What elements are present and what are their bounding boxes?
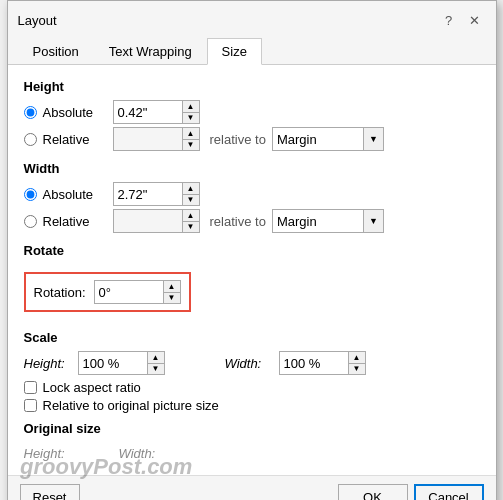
- width-absolute-up[interactable]: ▲: [183, 183, 199, 194]
- rotate-section-label: Rotate: [24, 243, 480, 258]
- height-absolute-up[interactable]: ▲: [183, 101, 199, 112]
- scale-height-label: Height:: [24, 356, 72, 371]
- scale-height-up[interactable]: ▲: [148, 352, 164, 363]
- rotate-section-box: Rotation: ▲ ▼: [24, 272, 191, 312]
- scale-height-input[interactable]: [79, 352, 147, 374]
- watermark: groovyPost.com: [20, 454, 192, 480]
- lock-aspect-label: Lock aspect ratio: [43, 380, 141, 395]
- height-relative-input[interactable]: [114, 128, 182, 150]
- width-absolute-input[interactable]: [114, 183, 182, 205]
- relative-original-row: Relative to original picture size: [24, 398, 480, 413]
- height-absolute-spin: ▲ ▼: [182, 101, 199, 123]
- dialog-body: Height Absolute ▲ ▼ Relative ▲ ▼: [8, 65, 496, 475]
- scale-section-label: Scale: [24, 330, 480, 345]
- width-relative-input-wrapper: ▲ ▼: [113, 209, 200, 233]
- scale-width-group: Width: ▲ ▼: [225, 351, 366, 375]
- height-absolute-input[interactable]: [114, 101, 182, 123]
- height-relative-label: Relative: [43, 132, 113, 147]
- dialog-title: Layout: [18, 13, 57, 28]
- scale-height-input-wrapper: ▲ ▼: [78, 351, 165, 375]
- scale-width-input[interactable]: [280, 352, 348, 374]
- rotation-down[interactable]: ▼: [164, 292, 180, 303]
- layout-dialog: Layout ? ✕ Position Text Wrapping Size H…: [7, 0, 497, 500]
- reset-button[interactable]: Reset: [20, 484, 80, 500]
- width-margin-select-wrapper: Margin Page ▼: [272, 209, 384, 233]
- title-bar: Layout ? ✕: [8, 1, 496, 31]
- relative-original-label: Relative to original picture size: [43, 398, 219, 413]
- width-relative-input[interactable]: [114, 210, 182, 232]
- width-relative-up[interactable]: ▲: [183, 210, 199, 221]
- height-section-label: Height: [24, 79, 480, 94]
- width-relative-row: Relative ▲ ▼ relative to Margin Page ▼: [24, 209, 480, 233]
- width-relative-radio[interactable]: [24, 215, 37, 228]
- height-margin-select-wrapper: Margin Page ▼: [272, 127, 384, 151]
- height-margin-select[interactable]: Margin Page: [273, 128, 363, 150]
- tab-size[interactable]: Size: [207, 38, 262, 65]
- height-absolute-label: Absolute: [43, 105, 113, 120]
- width-margin-select[interactable]: Margin Page: [273, 210, 363, 232]
- height-absolute-radio[interactable]: [24, 106, 37, 119]
- rotation-input-wrapper: ▲ ▼: [94, 280, 181, 304]
- height-relative-to-label: relative to: [210, 132, 266, 147]
- height-margin-select-arrow: ▼: [363, 128, 383, 150]
- tab-text-wrapping[interactable]: Text Wrapping: [94, 38, 207, 65]
- width-relative-label: Relative: [43, 214, 113, 229]
- width-section-label: Width: [24, 161, 480, 176]
- height-relative-radio[interactable]: [24, 133, 37, 146]
- height-relative-row: Relative ▲ ▼ relative to Margin Page ▼: [24, 127, 480, 151]
- lock-aspect-checkbox[interactable]: [24, 381, 37, 394]
- original-size-label: Original size: [24, 421, 480, 436]
- tab-bar: Position Text Wrapping Size: [8, 31, 496, 65]
- scale-width-label: Width:: [225, 356, 273, 371]
- scale-width-spin: ▲ ▼: [348, 352, 365, 374]
- rotate-row: Rotation: ▲ ▼: [24, 264, 480, 320]
- scale-width-input-wrapper: ▲ ▼: [279, 351, 366, 375]
- tab-position[interactable]: Position: [18, 38, 94, 65]
- width-relative-down[interactable]: ▼: [183, 221, 199, 232]
- cancel-button[interactable]: Cancel: [414, 484, 484, 500]
- width-relative-to-group: relative to Margin Page ▼: [210, 209, 384, 233]
- height-absolute-down[interactable]: ▼: [183, 112, 199, 123]
- height-absolute-row: Absolute ▲ ▼: [24, 100, 480, 124]
- lock-aspect-row: Lock aspect ratio: [24, 380, 480, 395]
- help-button[interactable]: ?: [438, 9, 460, 31]
- rotation-up[interactable]: ▲: [164, 281, 180, 292]
- relative-original-checkbox[interactable]: [24, 399, 37, 412]
- scale-height-row: Height: ▲ ▼ Width: ▲ ▼: [24, 351, 480, 375]
- scale-width-up[interactable]: ▲: [349, 352, 365, 363]
- scale-height-down[interactable]: ▼: [148, 363, 164, 374]
- close-button[interactable]: ✕: [464, 9, 486, 31]
- width-absolute-label: Absolute: [43, 187, 113, 202]
- rotation-label: Rotation:: [34, 285, 86, 300]
- width-absolute-radio[interactable]: [24, 188, 37, 201]
- height-relative-up[interactable]: ▲: [183, 128, 199, 139]
- scale-height-spin: ▲ ▼: [147, 352, 164, 374]
- height-relative-spin: ▲ ▼: [182, 128, 199, 150]
- height-absolute-input-wrapper: ▲ ▼: [113, 100, 200, 124]
- width-absolute-input-wrapper: ▲ ▼: [113, 182, 200, 206]
- width-absolute-down[interactable]: ▼: [183, 194, 199, 205]
- rotation-input[interactable]: [95, 281, 163, 303]
- ok-button[interactable]: OK: [338, 484, 408, 500]
- width-relative-spin: ▲ ▼: [182, 210, 199, 232]
- width-margin-select-arrow: ▼: [363, 210, 383, 232]
- scale-width-down[interactable]: ▼: [349, 363, 365, 374]
- title-bar-controls: ? ✕: [438, 9, 486, 31]
- height-relative-input-wrapper: ▲ ▼: [113, 127, 200, 151]
- height-relative-to-group: relative to Margin Page ▼: [210, 127, 384, 151]
- width-absolute-row: Absolute ▲ ▼: [24, 182, 480, 206]
- height-relative-down[interactable]: ▼: [183, 139, 199, 150]
- rotation-spin: ▲ ▼: [163, 281, 180, 303]
- width-absolute-spin: ▲ ▼: [182, 183, 199, 205]
- width-relative-to-label: relative to: [210, 214, 266, 229]
